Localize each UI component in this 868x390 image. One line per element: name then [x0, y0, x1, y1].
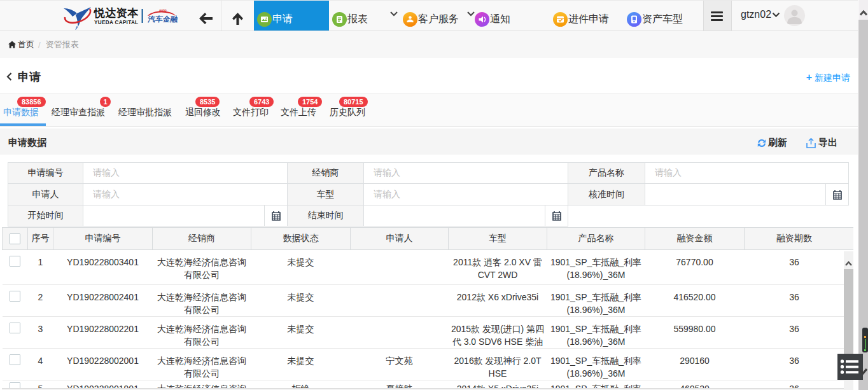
svg-text:YUEDA CAPITAL: YUEDA CAPITAL: [94, 20, 138, 25]
svg-text:汽车金融: 汽车金融: [147, 15, 179, 23]
svg-text:悦达资本: 悦达资本: [93, 7, 139, 19]
svg-text:auto: auto: [159, 8, 167, 12]
